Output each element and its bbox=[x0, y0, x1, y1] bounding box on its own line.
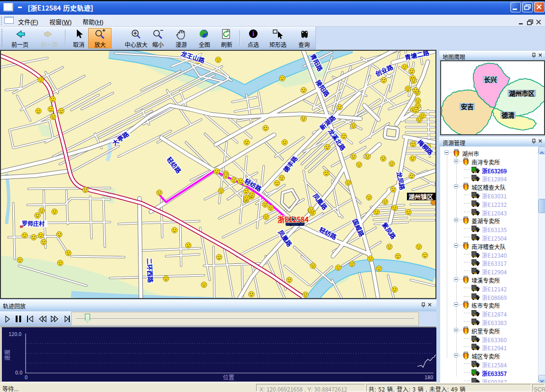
svg-text:浙E12584: 浙E12584 bbox=[277, 214, 309, 224]
svg-text:二环西路: 二环西路 bbox=[145, 258, 156, 283]
svg-text:安吉: 安吉 bbox=[461, 102, 474, 111]
svg-text:120.0: 120.0 bbox=[9, 330, 21, 337]
svg-text:德清: 德清 bbox=[502, 110, 515, 120]
svg-text:180: 180 bbox=[425, 373, 433, 381]
svg-text:罗师庄村: 罗师庄村 bbox=[22, 219, 45, 227]
svg-text:湖州市区: 湖州市区 bbox=[509, 88, 535, 98]
svg-text:速度: 速度 bbox=[3, 349, 11, 361]
svg-text:长兴: 长兴 bbox=[484, 75, 498, 84]
svg-text:湖州镇区: 湖州镇区 bbox=[408, 192, 433, 201]
svg-text:位置: 位置 bbox=[223, 373, 234, 381]
svg-text:0: 0 bbox=[25, 373, 28, 381]
svg-text:i: i bbox=[252, 30, 254, 37]
svg-text:0.0: 0.0 bbox=[15, 368, 22, 376]
